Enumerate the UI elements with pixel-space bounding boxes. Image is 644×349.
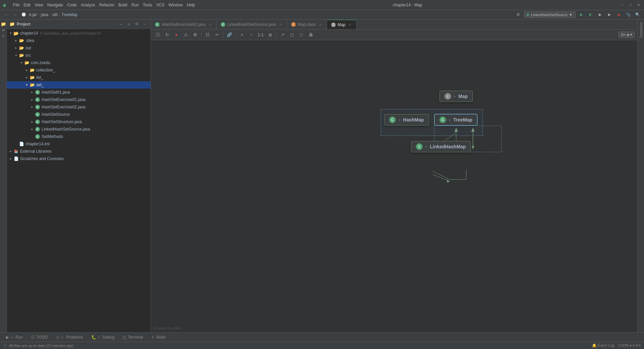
search-button[interactable]: 🔍 xyxy=(634,11,641,18)
diag-collapse-button[interactable]: □ xyxy=(297,31,305,39)
minimize-button[interactable]: − xyxy=(620,2,625,8)
tab-hashsetexercise02-close[interactable]: ✕ xyxy=(208,22,212,27)
status-bar: ✓ All files are up-to-date (23 minutes a… xyxy=(0,342,644,349)
run-button[interactable]: ▶ xyxy=(578,11,585,18)
tab-hashsetexercise02[interactable]: C HashSetExercise02.java ✕ xyxy=(151,20,217,29)
editor-tabs: C HashSetExercise02.java ✕ C LinkedHashS… xyxy=(151,19,637,30)
tab-todo[interactable]: ☑ TODO xyxy=(28,333,51,341)
tree-item-out[interactable]: ► 📂 out xyxy=(7,44,151,52)
tree-item-list[interactable]: ► 📂 list_ xyxy=(7,74,151,81)
diag-stop-button[interactable]: ● xyxy=(172,31,180,39)
panel-layout-button[interactable]: ≡ xyxy=(126,21,132,27)
panel-settings-button[interactable]: ⚙ xyxy=(134,21,140,27)
diag-print-button[interactable]: 🖶 xyxy=(307,31,315,39)
diag-info-button[interactable]: ⓘ xyxy=(154,31,162,39)
nav-forward-button[interactable]: → xyxy=(11,11,19,18)
commit-icon[interactable]: ⇄ xyxy=(0,27,6,33)
menu-file[interactable]: File xyxy=(13,3,19,7)
diag-scissors-button[interactable]: ✂ xyxy=(213,31,221,39)
tree-item-hashsetex02[interactable]: ► C HashSetExercise02.java xyxy=(7,103,151,111)
menu-run[interactable]: Run xyxy=(131,3,139,7)
tree-root[interactable]: ▼ 📂 chapter14 D:\java\idea_java_projects… xyxy=(7,30,151,37)
menu-help[interactable]: Help xyxy=(187,3,195,7)
breadcrumb-util[interactable]: util xyxy=(52,12,57,17)
menu-tools[interactable]: Tools xyxy=(143,3,152,7)
tree-item-scratches[interactable]: ► 📄 Scratches and Consoles xyxy=(7,155,151,162)
close-button[interactable]: ✕ xyxy=(636,2,641,8)
diag-refresh-button[interactable]: ↻ xyxy=(163,31,171,39)
breadcrumb-java[interactable]: java xyxy=(41,12,48,17)
diag-link-button[interactable]: 🔗 xyxy=(225,31,233,39)
diag-filter-button[interactable]: ☷ xyxy=(204,31,212,39)
menu-edit[interactable]: Edit xyxy=(23,3,31,7)
tree-item-src[interactable]: ▼ 📂 src xyxy=(7,52,151,59)
diag-share-button[interactable]: ↗ xyxy=(278,31,286,39)
tab-debug[interactable]: 🐛 5: Debug xyxy=(88,333,118,341)
uml-node-linkedhashmap[interactable]: C » LinkedHashMap xyxy=(411,141,471,152)
menu-view[interactable]: View xyxy=(35,3,43,7)
nav-settings-button[interactable]: ⚙ xyxy=(515,11,522,18)
diag-zoomout-button[interactable]: − xyxy=(247,31,255,39)
tab-run[interactable]: ▶ 4: Run xyxy=(3,333,26,341)
run-configuration[interactable]: ▶ LinkedHashSetSource ▼ xyxy=(524,11,576,18)
nav-recent-button[interactable]: 🕓 xyxy=(20,11,28,18)
tree-item-idea[interactable]: ► 📂 .idea xyxy=(7,37,151,44)
tab-problems[interactable]: ⚠ 6: Problems xyxy=(53,333,87,341)
diag-settings-button[interactable]: ⚙ xyxy=(191,31,199,39)
tree-item-hashsetex01[interactable]: ► C HashSetExercise01.java xyxy=(7,96,151,103)
stop-button[interactable]: ■ xyxy=(615,11,623,18)
uml-node-hashmap[interactable]: C » HashMap xyxy=(384,114,429,126)
tree-item-hashsetstructure[interactable]: ► C HashSetStructure.java xyxy=(7,118,151,126)
tree-item-hashsetsource[interactable]: C HashSetSource xyxy=(7,111,151,118)
structure-icon[interactable]: ☷ xyxy=(0,33,6,39)
panel-minimize-button[interactable]: − xyxy=(142,21,148,27)
lang-button[interactable]: En ◈ ▾ xyxy=(619,32,635,38)
menu-code[interactable]: Code xyxy=(67,3,77,7)
tab-map-close[interactable]: ✕ xyxy=(347,22,352,27)
panel-add-button[interactable]: + xyxy=(118,21,124,27)
tab-terminal[interactable]: ◫ Terminal xyxy=(119,333,146,341)
tree-item-setmethods[interactable]: C SetMethods xyxy=(7,133,151,140)
menu-refactor[interactable]: Refactor xyxy=(99,3,114,7)
maximize-button[interactable]: □ xyxy=(628,2,633,8)
run-with-coverage-button[interactable]: ▶ xyxy=(596,11,604,18)
event-log-label[interactable]: 🔔 Event Log xyxy=(592,343,614,348)
tree-item-linkedhashsetsource[interactable]: ► C LinkedHashSetSource.java xyxy=(7,126,151,133)
tree-item-hashset01[interactable]: ► C HashSet01.java xyxy=(7,89,151,96)
breadcrumb-treemap[interactable]: TreeMap xyxy=(61,12,77,17)
database-label[interactable]: Database xyxy=(639,19,643,41)
tab-build[interactable]: ⚛ Build xyxy=(148,333,169,341)
tree-item-chapter14iml[interactable]: 📄 chapter14.iml xyxy=(7,140,151,148)
tree-item-comzxedu[interactable]: ▼ 📂 com.zxedu xyxy=(7,59,151,66)
tab-map[interactable]: ☷ Map ✕ xyxy=(327,20,357,29)
uml-node-treemap[interactable]: C » TreeMap xyxy=(434,114,477,126)
tree-item-set[interactable]: ▼ 📂 set_ xyxy=(7,81,151,89)
run-tab-num: 4: xyxy=(11,335,14,339)
tree-item-collection[interactable]: ► 📂 collection_ xyxy=(7,66,151,74)
tree-item-extlibs[interactable]: ► 📚 External Libraries xyxy=(7,148,151,155)
diag-fit-button[interactable]: 1:1 xyxy=(257,31,265,39)
uml-node-map[interactable]: I » Map xyxy=(439,91,473,102)
menu-build[interactable]: Build xyxy=(118,3,127,7)
breadcrumb-rtjar[interactable]: rt.jar xyxy=(29,12,37,17)
file-tree: ▼ 📂 chapter14 D:\java\idea_java_projects… xyxy=(7,29,151,332)
attach-button[interactable]: 📎 xyxy=(625,11,632,18)
debug-button[interactable]: ◐ xyxy=(587,11,594,18)
menu-vcs[interactable]: VCS xyxy=(156,3,165,7)
diag-expand-button[interactable]: ◻ xyxy=(288,31,296,39)
diag-warning-button[interactable]: ⚠ xyxy=(182,31,190,39)
diag-zoomin-button[interactable]: + xyxy=(238,31,246,39)
diagram-canvas[interactable]: I » Map C » HashMap C » TreeMap C » xyxy=(151,40,637,332)
project-icon[interactable]: 📁 xyxy=(0,21,6,27)
breadcrumb-sep1: › xyxy=(38,12,40,17)
diag-actualsize-button[interactable]: ▧ xyxy=(266,31,274,39)
tab-linkedhashsetsource[interactable]: C LinkedHashSetSource.java ✕ xyxy=(217,20,287,29)
tab-linkedhashsetsource-close[interactable]: ✕ xyxy=(278,22,283,27)
tab-mapclass-close[interactable]: ✕ xyxy=(318,22,323,27)
nav-back-button[interactable]: ← xyxy=(3,11,10,18)
menu-navigate[interactable]: Navigate xyxy=(47,3,63,7)
tab-mapclass[interactable]: C Map.class ✕ xyxy=(287,20,327,29)
menu-analyze[interactable]: Analyze xyxy=(81,3,95,7)
menu-window[interactable]: Window xyxy=(168,3,183,7)
more-run-button[interactable]: ▶ xyxy=(606,11,613,18)
